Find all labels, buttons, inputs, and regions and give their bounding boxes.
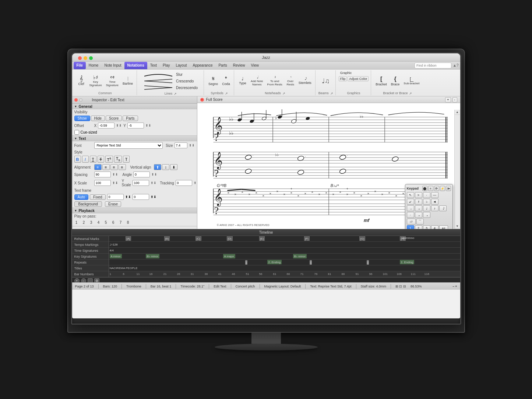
keypad-cursor-2[interactable]: > bbox=[415, 192, 422, 198]
ribbon-btn-clef[interactable]: 𝄞 Clef bbox=[76, 75, 87, 86]
beams-expand-icon[interactable]: ↗ bbox=[330, 92, 333, 95]
x-scale-input[interactable] bbox=[94, 180, 111, 186]
ribbon-btn-segno[interactable]: 𝄋 Segno bbox=[207, 75, 219, 86]
ribbon-btn-over-rests[interactable]: 𝄾 OverRests bbox=[285, 75, 296, 87]
angle-input[interactable] bbox=[133, 172, 150, 177]
align-center-btn[interactable]: ≡ bbox=[102, 164, 110, 170]
ribbon-btn-add-note-names[interactable]: 𝅘𝅥 Add NoteNames bbox=[249, 75, 264, 87]
offset-x-input[interactable] bbox=[98, 123, 114, 128]
lines-expand-icon[interactable]: ↗ bbox=[174, 92, 177, 96]
keypad-key-a[interactable]: ↙ bbox=[407, 199, 414, 205]
background-btn[interactable]: Background bbox=[74, 201, 102, 207]
offset-x-spinner[interactable]: ⬆⬇ bbox=[116, 124, 122, 127]
score-btn[interactable]: Score bbox=[106, 116, 122, 121]
ribbon-btn-bracket[interactable]: [ Bracket bbox=[374, 75, 388, 87]
tracking-spinner[interactable]: ⬆⬇ bbox=[194, 181, 197, 185]
ribbon-btn-sub-bracket[interactable]: [_ Sub-bracket bbox=[402, 76, 421, 86]
align-left-btn[interactable]: ≡ bbox=[94, 164, 102, 170]
symbols-expand-icon[interactable]: ↗ bbox=[225, 92, 228, 95]
caps-btn[interactable]: T bbox=[123, 156, 130, 163]
score-zoom-out-btn[interactable]: - bbox=[452, 97, 457, 102]
underline-btn[interactable]: T bbox=[90, 156, 96, 163]
keypad-voice-1[interactable]: 1 bbox=[407, 225, 414, 229]
keypad-thirtysec[interactable]: 𝅘 bbox=[415, 212, 422, 218]
tab-parts[interactable]: Parts bbox=[215, 62, 230, 69]
align-right-btn[interactable]: ≡ bbox=[110, 164, 118, 170]
font-select[interactable]: Reprise Text Std bbox=[94, 142, 163, 149]
frame-val2-spinner[interactable]: ⬆⬇ bbox=[151, 195, 156, 199]
tab-layout[interactable]: Layout bbox=[173, 62, 190, 69]
bracket-expand-icon[interactable]: ↗ bbox=[409, 92, 412, 95]
y-scale-spinner[interactable]: ⬆⬇ bbox=[151, 181, 156, 185]
font-size-input[interactable] bbox=[175, 142, 187, 148]
keypad-tuplet[interactable]: ↕7 bbox=[407, 219, 416, 225]
keypad-dot[interactable]: · bbox=[423, 192, 430, 198]
ribbon-btn-type[interactable]: ♩ Type bbox=[237, 76, 248, 86]
scroll-up-arrow[interactable]: ▲ bbox=[455, 110, 460, 115]
valign-middle-btn[interactable]: ↕ bbox=[162, 164, 169, 170]
angle-spinner[interactable]: ⬆⬇ bbox=[151, 173, 157, 176]
spacing-input[interactable] bbox=[94, 172, 111, 177]
close-button[interactable] bbox=[78, 56, 82, 60]
frame-val2-input[interactable] bbox=[133, 194, 149, 200]
keypad-icon-3[interactable]: ⟳ bbox=[434, 186, 439, 191]
keypad-quarter[interactable]: ♩ bbox=[423, 205, 430, 211]
inspector-general-header[interactable]: General bbox=[72, 104, 197, 109]
ribbon-btn-coda[interactable]: 𝄌 Coda bbox=[221, 75, 232, 86]
inspector-text-header[interactable]: Text bbox=[72, 136, 197, 141]
keypad-flat[interactable]: ♭ bbox=[423, 199, 430, 205]
font-size-spinner[interactable]: ⬆⬇ bbox=[189, 144, 195, 147]
keypad-half[interactable]: 𝅘 bbox=[415, 205, 422, 211]
inspector-playback-header[interactable]: Playback bbox=[72, 208, 197, 213]
x-scale-spinner[interactable]: ⬆⬇ bbox=[112, 181, 118, 185]
superscript-btn[interactable]: Ts bbox=[105, 156, 113, 163]
keypad-icon-4[interactable]: ⚡ bbox=[440, 186, 445, 191]
keypad-icon-5[interactable]: ≫ bbox=[446, 186, 451, 191]
keypad-icon-1[interactable]: ⬤ bbox=[422, 186, 427, 191]
adjust-color-btn[interactable]: Adjust Color bbox=[348, 76, 369, 81]
keypad-sharp[interactable]: ♯ bbox=[415, 199, 422, 205]
y-scale-input[interactable] bbox=[133, 180, 149, 186]
keypad-eighth[interactable]: ♪ bbox=[431, 205, 438, 211]
keypad-cursor-1[interactable]: ↖ bbox=[407, 192, 414, 198]
minimize-button[interactable] bbox=[84, 56, 87, 60]
tab-review[interactable]: Review bbox=[230, 62, 248, 69]
parts-btn[interactable]: Parts bbox=[123, 116, 138, 121]
timeline-add-btn[interactable]: + bbox=[74, 278, 80, 282]
score-zoom-in-btn[interactable]: + bbox=[445, 97, 451, 102]
show-btn[interactable]: Show bbox=[74, 116, 90, 121]
noteheads-expand-icon[interactable]: ↗ bbox=[282, 92, 285, 95]
tab-view[interactable]: View bbox=[248, 62, 262, 69]
strikethrough-btn[interactable]: T bbox=[98, 156, 104, 163]
keypad-icon-2[interactable]: ≡ bbox=[428, 186, 433, 191]
erase-btn[interactable]: Erase bbox=[105, 201, 121, 207]
ribbon-btn-graphic[interactable]: Graphic bbox=[339, 70, 353, 75]
fixed-btn[interactable]: Fixed bbox=[90, 194, 105, 200]
zoom-in-btn[interactable]: + bbox=[455, 285, 457, 288]
ribbon-btn-time-signature[interactable]: 𝄴𝄵 TimeSignature bbox=[105, 74, 120, 88]
keypad-back[interactable]: ◄ bbox=[431, 199, 438, 205]
timeline-settings-btn[interactable]: ⚙ bbox=[94, 278, 99, 282]
offset-y-input[interactable] bbox=[127, 123, 144, 128]
timeline-view-btn[interactable] bbox=[88, 278, 93, 282]
score-close-btn[interactable]: × bbox=[200, 98, 204, 102]
keypad-voice-3[interactable]: 3 bbox=[423, 225, 430, 229]
keypad-dot2[interactable]: · bbox=[407, 212, 414, 218]
keypad-voice-4[interactable]: 4 bbox=[431, 225, 438, 229]
panel-close-btn[interactable] bbox=[74, 98, 78, 102]
tracking-input[interactable] bbox=[176, 180, 192, 186]
keypad-whole[interactable]: 𝅗 bbox=[407, 205, 414, 211]
maximize-button[interactable] bbox=[89, 56, 93, 60]
panel-min-btn[interactable] bbox=[79, 98, 82, 102]
bold-btn[interactable]: B bbox=[74, 156, 81, 163]
valign-bottom-btn[interactable]: ⬇ bbox=[170, 164, 177, 170]
ribbon-btn-stemlets[interactable]: 𝅘𝅥𝅮 Stemlets bbox=[297, 76, 313, 85]
keypad-slur[interactable]: ⌒ bbox=[416, 219, 424, 225]
italic-btn[interactable]: I bbox=[82, 156, 89, 163]
zoom-out-btn[interactable]: − bbox=[452, 285, 454, 288]
hide-btn[interactable]: Hide bbox=[91, 116, 105, 121]
timeline-remove-btn[interactable]: − bbox=[81, 278, 86, 282]
subscript-btn[interactable]: Ts bbox=[114, 156, 122, 163]
keypad-voice-all[interactable]: All bbox=[439, 225, 448, 229]
valign-top-btn[interactable]: ⬆ bbox=[154, 164, 161, 170]
